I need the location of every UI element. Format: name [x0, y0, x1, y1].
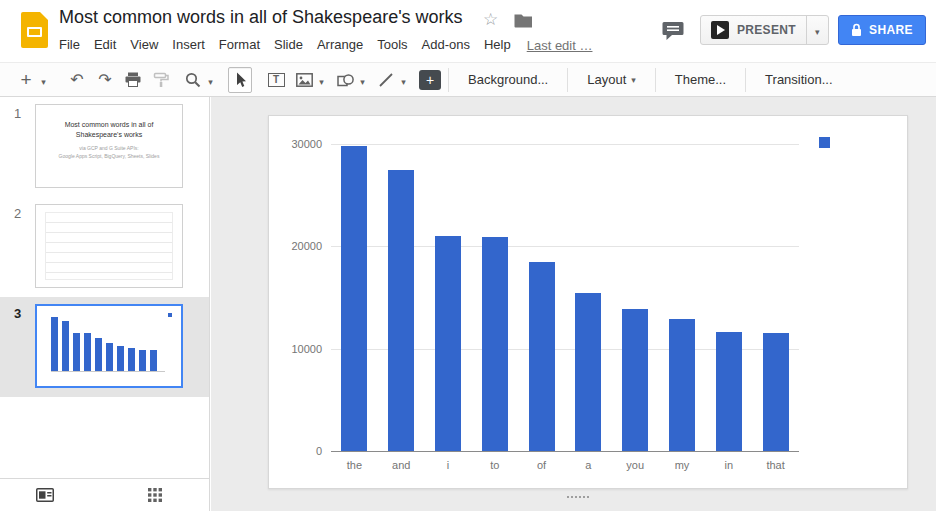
- y-axis-tick: 10000: [274, 343, 322, 355]
- slide-thumbnail-2[interactable]: [35, 204, 183, 288]
- thumb-subtitle-line2: Google Apps Script, BigQuery, Sheets, Sl…: [44, 152, 174, 160]
- print-button[interactable]: [121, 67, 145, 93]
- x-axis-label: i: [425, 459, 472, 471]
- current-slide[interactable]: 3000020000100000 theanditoofayoumyinthat: [268, 115, 908, 489]
- present-button[interactable]: PRESENT: [701, 16, 806, 44]
- shape-dropdown[interactable]: [357, 67, 368, 93]
- slides-logo[interactable]: [21, 12, 48, 48]
- y-axis-tick: 20000: [274, 240, 322, 252]
- line-tool-button[interactable]: [374, 67, 398, 93]
- x-axis-label: and: [378, 459, 425, 471]
- transition-button[interactable]: Transition...: [753, 67, 844, 93]
- menu-tools[interactable]: Tools: [370, 33, 414, 57]
- new-slide-button[interactable]: [14, 67, 38, 93]
- bar-column: [425, 144, 472, 451]
- slide-thumbnail-3[interactable]: [35, 304, 183, 388]
- line-dropdown[interactable]: [398, 67, 409, 93]
- slide-thumbnail-1[interactable]: Most common words in all of Shakespeare'…: [35, 104, 183, 188]
- present-button-group: PRESENT: [700, 15, 829, 45]
- thumb-title-text: Most common words in all of Shakespeare'…: [45, 120, 173, 140]
- bar-that[interactable]: [763, 333, 789, 451]
- x-axis-label: a: [565, 459, 612, 471]
- menu-file[interactable]: File: [52, 33, 87, 57]
- shape-tool-button[interactable]: [333, 67, 357, 93]
- bar-i[interactable]: [435, 236, 461, 451]
- bar-column: [565, 144, 612, 451]
- share-button[interactable]: SHARE: [838, 15, 926, 45]
- editor-canvas[interactable]: 3000020000100000 theanditoofayoumyinthat: [211, 97, 936, 511]
- layout-label: Layout: [587, 67, 626, 93]
- insert-image-button[interactable]: [292, 67, 316, 93]
- select-tool-button[interactable]: [228, 67, 252, 93]
- mini-bar: [128, 348, 135, 371]
- bar-column: [705, 144, 752, 451]
- comment-bubble-icon: [661, 20, 685, 41]
- bar-a[interactable]: [575, 293, 601, 451]
- bar-to[interactable]: [482, 237, 508, 451]
- plus-icon: [20, 70, 31, 90]
- grid-view-button[interactable]: [142, 482, 168, 508]
- slide-row-1[interactable]: 1 Most common words in all of Shakespear…: [0, 97, 209, 197]
- slide-row-2[interactable]: 2: [0, 197, 209, 297]
- textbox-icon: [268, 73, 285, 87]
- chart-legend-swatch[interactable]: [819, 137, 830, 148]
- menu-edit[interactable]: Edit: [87, 33, 123, 57]
- last-edit-link[interactable]: Last edit …: [527, 38, 593, 53]
- bar-of[interactable]: [529, 262, 555, 451]
- y-axis-tick: 0: [274, 445, 322, 457]
- bar-and[interactable]: [388, 170, 414, 451]
- mini-bar: [95, 338, 102, 371]
- present-dropdown-button[interactable]: [806, 16, 828, 44]
- mini-bar: [84, 333, 91, 371]
- chart-bars: [331, 144, 799, 451]
- menu-help[interactable]: Help: [477, 33, 518, 57]
- layout-button[interactable]: Layout: [575, 67, 648, 93]
- menu-arrange[interactable]: Arrange: [310, 33, 370, 57]
- bar-the[interactable]: [341, 146, 367, 451]
- bar-chart[interactable]: 3000020000100000 theanditoofayoumyinthat: [269, 116, 907, 488]
- grid-view-icon: [148, 488, 162, 502]
- undo-button[interactable]: [65, 67, 89, 93]
- menu-slide[interactable]: Slide: [267, 33, 310, 57]
- document-title[interactable]: Most common words in all of Shakespeare'…: [59, 7, 463, 28]
- chart-plot: 3000020000100000: [331, 144, 799, 451]
- bar-in[interactable]: [716, 332, 742, 451]
- mini-bar: [73, 333, 80, 371]
- mini-bar: [150, 350, 157, 371]
- canvas-scrollbar-dots[interactable]: [567, 496, 569, 498]
- bar-my[interactable]: [669, 319, 695, 451]
- slide-row-3-selected[interactable]: 3: [0, 297, 209, 397]
- menu-format[interactable]: Format: [212, 33, 267, 57]
- theme-button[interactable]: Theme...: [663, 67, 738, 93]
- image-dropdown[interactable]: [316, 67, 327, 93]
- zoom-dropdown[interactable]: [205, 67, 216, 93]
- toolbar-separator: [567, 68, 568, 92]
- star-icon[interactable]: [483, 9, 498, 30]
- bar-column: [471, 144, 518, 451]
- menu-bar: FileEditViewInsertFormatSlideArrangeTool…: [52, 33, 592, 57]
- redo-button[interactable]: [93, 67, 117, 93]
- toolbar: Background... Layout Theme... Transition…: [0, 62, 936, 97]
- bar-you[interactable]: [622, 309, 648, 451]
- insert-comment-button[interactable]: [419, 70, 441, 90]
- printer-icon: [125, 72, 141, 87]
- zoom-button[interactable]: [181, 67, 205, 93]
- comments-button[interactable]: [658, 16, 688, 44]
- thumb-subtitle-line1: via GCP and G Suite APIs:: [44, 144, 174, 152]
- bar-column: [659, 144, 706, 451]
- x-axis-label: that: [752, 459, 799, 471]
- folder-icon[interactable]: [514, 14, 532, 28]
- app-header: Most common words in all of Shakespeare'…: [0, 0, 936, 62]
- menu-add-ons[interactable]: Add-ons: [415, 33, 477, 57]
- filmstrip-view-button[interactable]: [32, 482, 58, 508]
- toolbar-separator: [448, 68, 449, 92]
- chevron-down-icon: [401, 71, 406, 89]
- menu-insert[interactable]: Insert: [165, 33, 212, 57]
- new-slide-dropdown[interactable]: [38, 67, 49, 93]
- textbox-tool-button[interactable]: [264, 67, 288, 93]
- present-label: PRESENT: [737, 23, 796, 37]
- menu-view[interactable]: View: [123, 33, 165, 57]
- chart-xlabels: theanditoofayoumyinthat: [331, 459, 799, 471]
- paint-format-button[interactable]: [149, 67, 173, 93]
- background-button[interactable]: Background...: [456, 67, 560, 93]
